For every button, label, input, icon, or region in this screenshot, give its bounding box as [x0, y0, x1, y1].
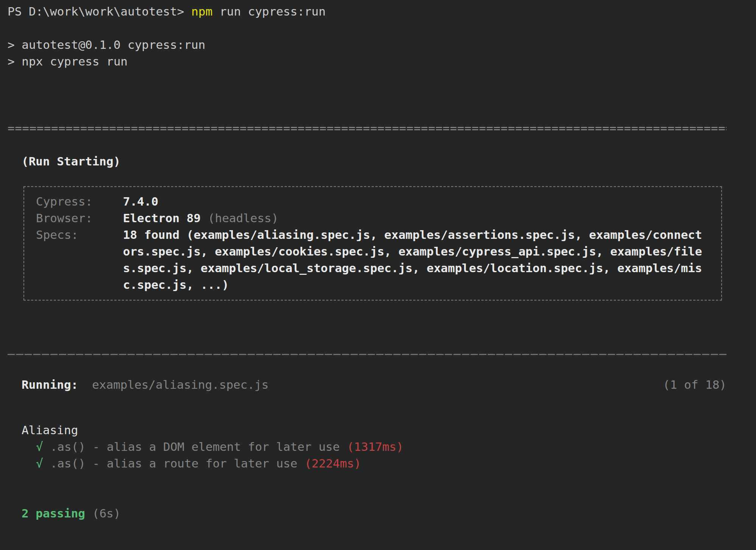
- pass-check-icon: √: [36, 438, 43, 455]
- test-duration: (1317ms): [347, 438, 403, 455]
- prompt-command-args: run cypress:run: [220, 3, 326, 20]
- test-result-row: √ .as() - alias a route for later use (2…: [36, 455, 726, 472]
- test-title: .as() - alias a DOM element for later us…: [50, 438, 340, 455]
- passing-count: 2 passing: [22, 505, 85, 522]
- specs-label: Specs:: [36, 226, 123, 243]
- browser-headless-note: (headless): [208, 210, 278, 226]
- prompt-line: PS D:\work\work\autotest> npm run cypres…: [8, 3, 726, 20]
- test-result-row: √ .as() - alias a DOM element for later …: [36, 438, 726, 455]
- specs-list: 18 found (examples/aliasing.spec.js, exa…: [123, 226, 702, 293]
- browser-value: Electron 89: [123, 210, 201, 226]
- browser-row: Browser: Electron 89 (headless): [36, 210, 721, 226]
- run-info-box: Cypress: 7.4.0 Browser: Electron 89 (hea…: [23, 186, 722, 301]
- running-spec-name: examples/aliasing.spec.js: [92, 376, 269, 393]
- suite-title: Aliasing: [22, 422, 726, 438]
- summary-duration: (6s): [92, 505, 121, 522]
- pass-check-icon: √: [36, 455, 43, 472]
- equals-divider: ========================================…: [8, 120, 726, 136]
- specs-line: ors.spec.js, examples/cookies.spec.js, e…: [123, 243, 702, 260]
- terminal[interactable]: PS D:\work\work\autotest> npm run cypres…: [0, 0, 756, 550]
- summary-row: 2 passing (6s): [22, 505, 726, 522]
- cypress-version-label: Cypress:: [36, 193, 123, 210]
- running-label: Running:: [22, 376, 78, 393]
- dash-divider: ────────────────────────────────────────…: [8, 346, 726, 363]
- running-progress-counter: (1 of 18): [663, 376, 726, 393]
- npm-script-echo-line: > autotest@0.1.0 cypress:run: [8, 36, 726, 53]
- specs-row: Specs: 18 found (examples/aliasing.spec.…: [36, 226, 721, 293]
- test-title: .as() - alias a route for later use: [50, 455, 297, 472]
- running-status-left: Running: examples/aliasing.spec.js: [22, 376, 269, 393]
- browser-label: Browser:: [36, 210, 123, 226]
- prompt-command-npm: npm: [191, 3, 213, 20]
- cypress-version-row: Cypress: 7.4.0: [36, 193, 721, 210]
- cypress-version-value: 7.4.0: [123, 193, 158, 210]
- npx-command-echo-line: > npx cypress run: [8, 53, 726, 70]
- run-starting-heading: (Run Starting): [22, 153, 726, 170]
- specs-line: 18 found (examples/aliasing.spec.js, exa…: [123, 226, 702, 243]
- prompt-path: PS D:\work\work\autotest>: [8, 3, 184, 20]
- test-duration: (2224ms): [305, 455, 361, 472]
- specs-line: c.spec.js, ...): [123, 276, 702, 293]
- specs-line: s.spec.js, examples/local_storage.spec.j…: [123, 260, 702, 276]
- running-status-row: Running: examples/aliasing.spec.js (1 of…: [8, 376, 726, 393]
